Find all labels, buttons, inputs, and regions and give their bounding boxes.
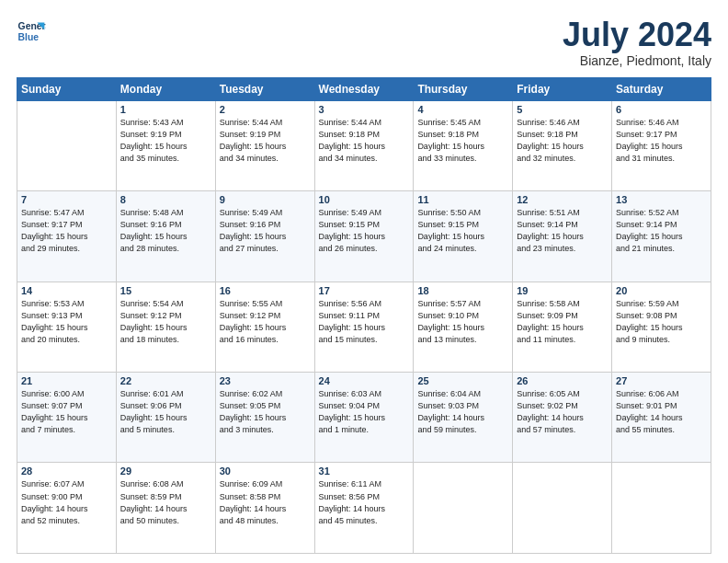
day-info: Sunrise: 5:49 AMSunset: 9:15 PMDaylight:… — [319, 207, 410, 255]
day-info: Sunrise: 5:44 AMSunset: 9:19 PMDaylight:… — [220, 117, 311, 165]
day-number: 21 — [21, 375, 112, 386]
table-row: 25Sunrise: 6:04 AMSunset: 9:03 PMDayligh… — [414, 373, 513, 463]
day-info: Sunrise: 5:57 AMSunset: 9:10 PMDaylight:… — [417, 298, 508, 346]
day-info: Sunrise: 5:48 AMSunset: 9:16 PMDaylight:… — [120, 207, 211, 255]
page: General Blue General Blue July 2024 Bian… — [0, 0, 728, 563]
day-number: 28 — [21, 465, 112, 477]
day-info: Sunrise: 6:06 AMSunset: 9:01 PMDaylight:… — [616, 388, 707, 436]
day-number: 14 — [21, 285, 112, 296]
table-row: 20Sunrise: 5:59 AMSunset: 9:08 PMDayligh… — [612, 282, 711, 372]
day-number: 24 — [319, 375, 410, 386]
day-number: 25 — [417, 375, 508, 386]
day-number: 7 — [21, 194, 112, 205]
title-block: July 2024 Bianze, Piedmont, Italy — [563, 17, 711, 68]
calendar-table: Sunday Monday Tuesday Wednesday Thursday… — [17, 77, 711, 554]
col-friday: Friday — [513, 77, 612, 100]
table-row: 4Sunrise: 5:45 AMSunset: 9:18 PMDaylight… — [414, 100, 513, 190]
table-row: 15Sunrise: 5:54 AMSunset: 9:12 PMDayligh… — [116, 282, 215, 372]
day-number: 31 — [319, 465, 410, 477]
day-number: 2 — [220, 104, 311, 115]
col-monday: Monday — [116, 77, 215, 100]
table-row: 12Sunrise: 5:51 AMSunset: 9:14 PMDayligh… — [513, 191, 612, 282]
table-row: 18Sunrise: 5:57 AMSunset: 9:10 PMDayligh… — [414, 282, 513, 372]
day-number: 27 — [616, 375, 707, 386]
day-info: Sunrise: 6:05 AMSunset: 9:02 PMDaylight:… — [517, 388, 608, 436]
day-info: Sunrise: 5:54 AMSunset: 9:12 PMDaylight:… — [120, 298, 211, 346]
day-info: Sunrise: 5:46 AMSunset: 9:18 PMDaylight:… — [517, 117, 608, 165]
table-row: 28Sunrise: 6:07 AMSunset: 9:00 PMDayligh… — [17, 463, 117, 554]
day-info: Sunrise: 5:53 AMSunset: 9:13 PMDaylight:… — [21, 298, 112, 346]
day-number: 1 — [120, 104, 211, 115]
table-row — [17, 100, 117, 190]
day-info: Sunrise: 6:09 AMSunset: 8:58 PMDaylight:… — [220, 478, 311, 526]
day-number: 29 — [120, 465, 211, 477]
day-number: 6 — [616, 104, 707, 115]
day-number: 16 — [220, 285, 311, 296]
day-info: Sunrise: 5:49 AMSunset: 9:16 PMDaylight:… — [220, 207, 311, 255]
table-row: 7Sunrise: 5:47 AMSunset: 9:17 PMDaylight… — [17, 191, 117, 282]
col-sunday: Sunday — [17, 77, 117, 100]
day-number: 26 — [517, 375, 608, 386]
table-row: 5Sunrise: 5:46 AMSunset: 9:18 PMDaylight… — [513, 100, 612, 190]
table-row: 27Sunrise: 6:06 AMSunset: 9:01 PMDayligh… — [612, 373, 711, 463]
table-row: 17Sunrise: 5:56 AMSunset: 9:11 PMDayligh… — [314, 282, 414, 372]
table-row — [612, 463, 711, 554]
table-row: 10Sunrise: 5:49 AMSunset: 9:15 PMDayligh… — [314, 191, 414, 282]
calendar-week-2: 7Sunrise: 5:47 AMSunset: 9:17 PMDaylight… — [17, 191, 711, 282]
day-info: Sunrise: 5:46 AMSunset: 9:17 PMDaylight:… — [616, 117, 707, 165]
table-row: 6Sunrise: 5:46 AMSunset: 9:17 PMDaylight… — [612, 100, 711, 190]
day-number: 12 — [517, 194, 608, 205]
calendar-week-4: 21Sunrise: 6:00 AMSunset: 9:07 PMDayligh… — [17, 373, 711, 463]
day-number: 8 — [120, 194, 211, 205]
logo-icon: General Blue — [17, 17, 46, 46]
table-row — [513, 463, 612, 554]
day-number: 22 — [120, 375, 211, 386]
day-number: 20 — [616, 285, 707, 296]
table-row: 26Sunrise: 6:05 AMSunset: 9:02 PMDayligh… — [513, 373, 612, 463]
calendar-week-3: 14Sunrise: 5:53 AMSunset: 9:13 PMDayligh… — [17, 282, 711, 372]
table-row: 16Sunrise: 5:55 AMSunset: 9:12 PMDayligh… — [215, 282, 314, 372]
day-number: 19 — [517, 285, 608, 296]
day-info: Sunrise: 5:50 AMSunset: 9:15 PMDaylight:… — [417, 207, 508, 255]
day-info: Sunrise: 5:43 AMSunset: 9:19 PMDaylight:… — [120, 117, 211, 165]
table-row: 14Sunrise: 5:53 AMSunset: 9:13 PMDayligh… — [17, 282, 117, 372]
day-number: 3 — [319, 104, 410, 115]
day-info: Sunrise: 6:04 AMSunset: 9:03 PMDaylight:… — [417, 388, 508, 436]
day-number: 5 — [517, 104, 608, 115]
day-number: 30 — [220, 465, 311, 477]
col-tuesday: Tuesday — [215, 77, 314, 100]
location: Bianze, Piedmont, Italy — [563, 53, 711, 68]
day-number: 11 — [417, 194, 508, 205]
day-number: 10 — [319, 194, 410, 205]
day-info: Sunrise: 5:59 AMSunset: 9:08 PMDaylight:… — [616, 298, 707, 346]
day-info: Sunrise: 5:56 AMSunset: 9:11 PMDaylight:… — [319, 298, 410, 346]
table-row: 24Sunrise: 6:03 AMSunset: 9:04 PMDayligh… — [314, 373, 414, 463]
table-row: 22Sunrise: 6:01 AMSunset: 9:06 PMDayligh… — [116, 373, 215, 463]
table-row: 1Sunrise: 5:43 AMSunset: 9:19 PMDaylight… — [116, 100, 215, 190]
table-row — [414, 463, 513, 554]
calendar-week-1: 1Sunrise: 5:43 AMSunset: 9:19 PMDaylight… — [17, 100, 711, 190]
day-info: Sunrise: 5:45 AMSunset: 9:18 PMDaylight:… — [417, 117, 508, 165]
table-row: 9Sunrise: 5:49 AMSunset: 9:16 PMDaylight… — [215, 191, 314, 282]
col-wednesday: Wednesday — [314, 77, 414, 100]
table-row: 29Sunrise: 6:08 AMSunset: 8:59 PMDayligh… — [116, 463, 215, 554]
day-info: Sunrise: 6:00 AMSunset: 9:07 PMDaylight:… — [21, 388, 112, 436]
day-info: Sunrise: 5:44 AMSunset: 9:18 PMDaylight:… — [319, 117, 410, 165]
table-row: 8Sunrise: 5:48 AMSunset: 9:16 PMDaylight… — [116, 191, 215, 282]
day-number: 15 — [120, 285, 211, 296]
table-row: 21Sunrise: 6:00 AMSunset: 9:07 PMDayligh… — [17, 373, 117, 463]
table-row: 11Sunrise: 5:50 AMSunset: 9:15 PMDayligh… — [414, 191, 513, 282]
table-row: 31Sunrise: 6:11 AMSunset: 8:56 PMDayligh… — [314, 463, 414, 554]
svg-text:Blue: Blue — [18, 32, 40, 42]
day-info: Sunrise: 6:01 AMSunset: 9:06 PMDaylight:… — [120, 388, 211, 436]
day-info: Sunrise: 5:47 AMSunset: 9:17 PMDaylight:… — [21, 207, 112, 255]
table-row: 19Sunrise: 5:58 AMSunset: 9:09 PMDayligh… — [513, 282, 612, 372]
table-row: 23Sunrise: 6:02 AMSunset: 9:05 PMDayligh… — [215, 373, 314, 463]
day-info: Sunrise: 5:52 AMSunset: 9:14 PMDaylight:… — [616, 207, 707, 255]
day-info: Sunrise: 6:03 AMSunset: 9:04 PMDaylight:… — [319, 388, 410, 436]
header: General Blue General Blue July 2024 Bian… — [17, 17, 711, 68]
col-saturday: Saturday — [612, 77, 711, 100]
day-number: 23 — [220, 375, 311, 386]
calendar-week-5: 28Sunrise: 6:07 AMSunset: 9:00 PMDayligh… — [17, 463, 711, 554]
day-info: Sunrise: 6:11 AMSunset: 8:56 PMDaylight:… — [319, 478, 410, 526]
